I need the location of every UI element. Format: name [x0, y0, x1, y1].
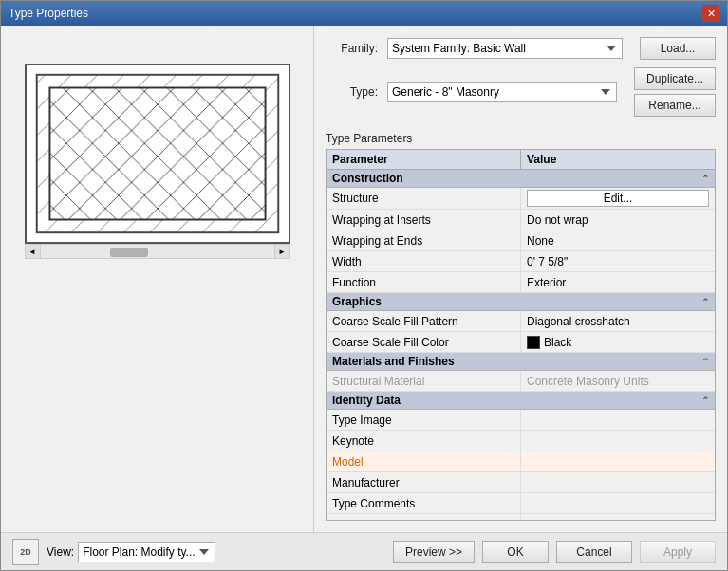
column-parameter: Parameter [327, 150, 521, 169]
section-graphics: Graphics ⌃ [327, 293, 715, 311]
title-bar: Type Properties ✕ [1, 1, 727, 26]
table-row: Wrapping at Ends None [327, 230, 715, 251]
cell-param: Coarse Scale Fill Pattern [327, 311, 521, 331]
cell-param: Structure [327, 188, 521, 209]
params-table: Parameter Value Construction ⌃ Structure… [326, 149, 716, 521]
cell-value: 0' 7 5/8" [521, 251, 715, 271]
cell-value [521, 451, 715, 471]
type-properties-window: Type Properties ✕ [0, 0, 728, 571]
type-select[interactable]: Generic - 8" Masonry [387, 82, 617, 102]
cell-value [521, 514, 715, 520]
table-row: Keynote [327, 431, 715, 451]
preview-button[interactable]: Preview >> [393, 541, 475, 563]
cell-value [521, 472, 715, 492]
table-row: Structural Material Concrete Masonry Uni… [327, 371, 715, 392]
type-label: Type: [326, 85, 378, 99]
column-value: Value [521, 150, 715, 169]
load-button[interactable]: Load... [640, 37, 716, 60]
cell-param: Keynote [327, 431, 521, 451]
cell-param: Width [327, 251, 521, 271]
cell-value [521, 493, 715, 513]
ok-button[interactable]: OK [482, 541, 549, 563]
cell-value [521, 410, 715, 430]
table-row: Type Comments [327, 493, 715, 514]
type-parameters-label: Type Parameters [326, 132, 716, 145]
table-row: Manufacturer [327, 472, 715, 493]
cell-value: None [521, 230, 715, 250]
family-select[interactable]: System Family: Basic Wall [387, 38, 623, 59]
cell-param-model: Model [327, 451, 521, 471]
rename-button[interactable]: Rename... [634, 94, 716, 117]
cell-value[interactable]: Edit... [521, 188, 715, 209]
cell-value: Do not wrap [521, 210, 715, 230]
main-content: ◄ ► Family: System Family: Basic Wall Lo… [1, 26, 727, 532]
cell-fill-color-value: Black [521, 332, 715, 352]
cell-param: Coarse Scale Fill Color [327, 332, 521, 352]
cell-param: URL [327, 514, 521, 520]
family-row: Family: System Family: Basic Wall Load..… [326, 37, 716, 60]
table-row: Wrapping at Inserts Do not wrap [327, 210, 715, 230]
duplicate-button[interactable]: Duplicate... [634, 67, 716, 90]
cell-param: Wrapping at Ends [327, 230, 521, 250]
preview-panel: ◄ ► [1, 26, 314, 532]
table-row: Model [327, 451, 715, 472]
view-select[interactable]: Floor Plan: Modify ty... [78, 542, 215, 562]
table-header: Parameter Value [327, 150, 715, 170]
window-title: Type Properties [9, 7, 88, 20]
color-swatch-black [527, 336, 540, 349]
preview-scroll-h[interactable]: ◄ ► [25, 244, 290, 259]
view-label: View: [47, 545, 74, 559]
cell-param-muted: Structural Material [327, 371, 521, 391]
view-2d-icon: 2D [12, 539, 39, 565]
cell-param: Type Comments [327, 493, 521, 513]
footer: 2D View: Floor Plan: Modify ty... Previe… [1, 532, 727, 570]
family-label: Family: [326, 42, 378, 55]
table-body[interactable]: Construction ⌃ Structure Edit... Wrappin… [327, 170, 715, 520]
table-row: URL [327, 514, 715, 520]
table-row: Type Image [327, 410, 715, 431]
right-panel: Family: System Family: Basic Wall Load..… [314, 26, 727, 532]
cell-value: Diagonal crosshatch [521, 311, 715, 331]
footer-buttons: Preview >> OK Cancel Apply [393, 541, 716, 563]
table-row: Function Exterior [327, 272, 715, 293]
close-button[interactable]: ✕ [702, 5, 719, 22]
table-row: Coarse Scale Fill Color Black [327, 332, 715, 353]
table-row: Width 0' 7 5/8" [327, 251, 715, 272]
cell-param: Wrapping at Inserts [327, 210, 521, 230]
cell-param: Function [327, 272, 521, 292]
section-materials: Materials and Finishes ⌃ [327, 353, 715, 371]
section-construction: Construction ⌃ [327, 170, 715, 188]
svg-rect-8 [49, 87, 265, 219]
apply-button[interactable]: Apply [640, 541, 716, 563]
edit-structure-button[interactable]: Edit... [527, 190, 709, 207]
cell-param: Manufacturer [327, 472, 521, 492]
table-row: Structure Edit... [327, 188, 715, 210]
cell-value: Exterior [521, 272, 715, 292]
cell-param: Type Image [327, 410, 521, 430]
section-identity: Identity Data ⌃ [327, 392, 715, 410]
table-row: Coarse Scale Fill Pattern Diagonal cross… [327, 311, 715, 332]
preview-canvas [25, 64, 290, 244]
cell-value-muted: Concrete Masonry Units [521, 371, 715, 391]
cell-value [521, 431, 715, 451]
type-row: Type: Generic - 8" Masonry Duplicate... … [326, 67, 716, 117]
cancel-button[interactable]: Cancel [556, 541, 632, 563]
